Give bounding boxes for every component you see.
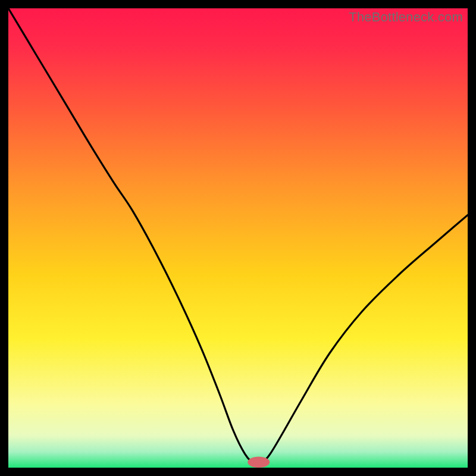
optimal-marker <box>248 456 270 468</box>
chart-background <box>8 8 468 468</box>
chart-frame: TheBottleneck.com <box>8 8 468 468</box>
chart-svg <box>8 8 468 468</box>
watermark-text: TheBottleneck.com <box>349 10 463 25</box>
